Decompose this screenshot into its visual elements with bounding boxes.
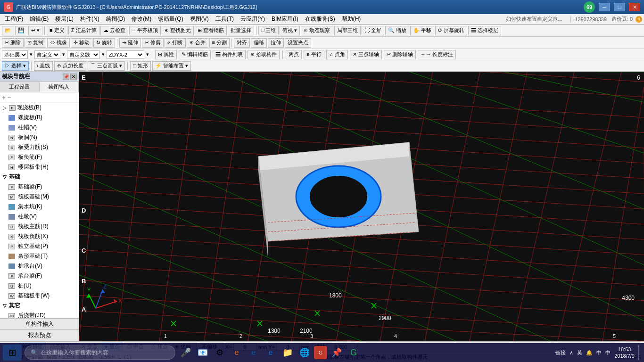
menu-online[interactable]: 在线服务(S): [302, 14, 338, 24]
layer-select[interactable]: 基础层: [2, 50, 28, 59]
tb-screen-rotate[interactable]: ⟳ 屏幕旋转: [435, 26, 467, 35]
minimize-button[interactable]: ─: [599, 3, 610, 11]
tree-item-fabafujin[interactable]: X 筏板负筋(X): [7, 231, 79, 241]
taskbar-icon-mic[interactable]: 🎤: [178, 345, 193, 360]
tb-two-points[interactable]: 两点: [286, 50, 302, 59]
tree-item-luoxuanb[interactable]: 螺旋板(B): [7, 113, 79, 123]
tb-fullscreen[interactable]: ⛶ 全屏: [362, 26, 384, 35]
tb-cloud-check[interactable]: ☁ 云检查: [100, 26, 128, 35]
taskbar-icon-globe[interactable]: 🌐: [297, 345, 312, 360]
menu-cloud[interactable]: 云应用(Y): [238, 14, 268, 24]
tb-arc-3pt[interactable]: ⌒ 三点画弧 ▾: [88, 61, 125, 71]
tb-smart-place[interactable]: ⚡ 智能布置 ▾: [152, 61, 191, 71]
tb-del-axis[interactable]: ✂ 删除辅轴: [384, 50, 416, 59]
tb-offset[interactable]: 偏移: [251, 38, 267, 48]
menu-view[interactable]: 视图(V): [187, 14, 212, 24]
tree-group-jichu[interactable]: ▽ 基础: [0, 172, 79, 182]
taskbar-icon-settings[interactable]: ⚙: [212, 345, 227, 360]
tb-open[interactable]: 📂: [2, 26, 14, 35]
tb-dynamic-view[interactable]: ⊙ 动态观察: [301, 26, 333, 35]
tree-item-fabanzhulijin[interactable]: R 筏板主筋(R): [7, 222, 79, 231]
taskbar-icon-edge[interactable]: e: [246, 345, 261, 360]
tb-define[interactable]: ■ 定义: [47, 26, 67, 35]
tb-parallel[interactable]: ≡ 平行: [304, 50, 324, 59]
maximize-button[interactable]: □: [614, 3, 625, 11]
btn-report-preview[interactable]: 报表预览: [0, 330, 79, 341]
menu-component[interactable]: 构件(N): [77, 14, 102, 24]
tree-item-jichubandai[interactable]: W 基础板带(W): [7, 291, 79, 301]
start-button[interactable]: ⊞: [3, 345, 22, 361]
tb-3d[interactable]: □ 三维: [258, 26, 279, 35]
tb-batch-select[interactable]: 批量选择: [228, 26, 254, 35]
tree-item-faban[interactable]: M 筏板基础(M): [7, 192, 79, 202]
tab-project-settings[interactable]: 工程设置: [0, 82, 40, 92]
tb-rect[interactable]: □ 矩形: [130, 61, 151, 71]
menu-rebar-qty[interactable]: 钢筋量(Q): [155, 14, 186, 24]
menu-bim[interactable]: BIM应用(I): [269, 14, 301, 24]
tb-point-len[interactable]: ⊕ 点加长度: [54, 61, 86, 71]
tree-item-zhuma[interactable]: 柱帽(V): [7, 123, 79, 132]
tab-draw-input[interactable]: 绘图输入: [40, 82, 79, 92]
tree-item-houjiaodai[interactable]: JD 后浇带(JD): [7, 311, 79, 318]
menu-edit[interactable]: 编辑(E): [27, 14, 51, 24]
tree-item-bandong[interactable]: N 板洞(N): [7, 132, 79, 142]
tb-top-view[interactable]: 俯视 ▾: [280, 26, 300, 35]
tb-merge[interactable]: ⊕ 合并: [187, 38, 208, 48]
tb-select-floor[interactable]: ☰ 选择楼层: [468, 26, 501, 35]
tree-item-dulijijichu[interactable]: P 独立基础(P): [7, 241, 79, 251]
menu-floor[interactable]: 楼层(L): [52, 14, 76, 24]
tb-pan[interactable]: ✋ 平移: [410, 26, 434, 35]
tb-undo[interactable]: ↩ ▾: [28, 26, 42, 35]
tb-mirror[interactable]: ⇔ 镜像: [47, 38, 70, 48]
tree-item-jichubeam[interactable]: F 基础梁(F): [7, 182, 79, 192]
tree-item-zhuang[interactable]: U 桩(U): [7, 281, 79, 291]
tb-move[interactable]: ✛ 移动: [71, 38, 92, 48]
tb-line-draw[interactable]: / 直线: [34, 61, 53, 71]
menu-draw[interactable]: 绘图(D): [103, 14, 128, 24]
tb-zoom[interactable]: 🔍 缩放: [385, 26, 409, 35]
taskbar-icon-green[interactable]: G: [346, 345, 361, 360]
tree-item-tiaoxingjichu[interactable]: 条形基础(T): [7, 251, 79, 261]
taskbar-icon-app1[interactable]: G: [314, 346, 327, 359]
menu-modify[interactable]: 修改(M): [129, 14, 154, 24]
tb-split[interactable]: ≡ 分割: [209, 38, 230, 48]
tree-item-banfujin[interactable]: F 板负筋(F): [7, 152, 79, 162]
tb-length-dim[interactable]: ←→ 长度标注: [418, 50, 456, 59]
tb-point-angle[interactable]: ∠ 点角: [326, 50, 348, 59]
tb-properties[interactable]: ⊞ 属性: [155, 50, 177, 59]
tb-trim[interactable]: ✂ 修剪: [142, 38, 164, 48]
tb-save[interactable]: 💾: [15, 26, 27, 35]
taskbar-icon-ie[interactable]: e: [229, 345, 244, 360]
tb-break[interactable]: ⌀ 打断: [165, 38, 185, 48]
taskbar-search[interactable]: 🔍 在这里输入你要搜索的内容: [25, 346, 175, 360]
tb-extend[interactable]: ⇥ 延伸: [119, 38, 141, 48]
tree-item-jishuikeng[interactable]: 集水坑(K): [7, 202, 79, 212]
tb-stretch[interactable]: 拉伸: [268, 38, 284, 48]
close-button[interactable]: ✕: [629, 3, 640, 11]
tb-align[interactable]: 对齐: [234, 38, 250, 48]
taskbar-show-desktop[interactable]: [638, 345, 641, 360]
tb-three-axis[interactable]: ✕ 三点辅轴: [350, 50, 382, 59]
sidebar-pin[interactable]: 📌: [63, 74, 69, 80]
tb-copy[interactable]: ⊡ 复制: [25, 38, 46, 48]
taskbar-icon-folder[interactable]: 📁: [280, 345, 295, 360]
tb-find[interactable]: ⊕ 查找图元: [162, 26, 194, 35]
tb-delete[interactable]: ✂ 删除: [2, 38, 24, 48]
type-select[interactable]: 自定义: [34, 50, 60, 59]
sidebar-remove-btn[interactable]: −: [7, 94, 11, 101]
tb-local-3d[interactable]: 局部三维: [334, 26, 361, 35]
tree-item-loucengbandai[interactable]: H 楼层板带(H): [7, 162, 79, 172]
tb-comp-list[interactable]: ☰ 构件列表: [213, 50, 246, 59]
tree-group-qita[interactable]: ▽ 其它: [0, 301, 79, 311]
menu-project[interactable]: 工程(F): [2, 14, 26, 24]
tree-item-xianjiaob[interactable]: ▷ B 现浇板(B): [0, 103, 79, 113]
tb-select-mode[interactable]: ▷ 选择 ▾: [2, 61, 29, 71]
sidebar-close[interactable]: ✕: [70, 74, 77, 80]
tree-item-zhuangchengtai[interactable]: 桩承台(V): [7, 261, 79, 271]
taskbar-icon-app2[interactable]: 📌: [329, 345, 344, 360]
menu-tools[interactable]: 工具(T): [213, 14, 237, 24]
tree-item-banshouli[interactable]: S 板受力筋(S): [7, 142, 79, 152]
tb-pick[interactable]: ⊕ 拾取构件: [248, 50, 280, 59]
tb-level-top[interactable]: ═ 平齐板顶: [129, 26, 161, 35]
tb-view-rebar[interactable]: ⊞ 查看钢筋: [195, 26, 227, 35]
